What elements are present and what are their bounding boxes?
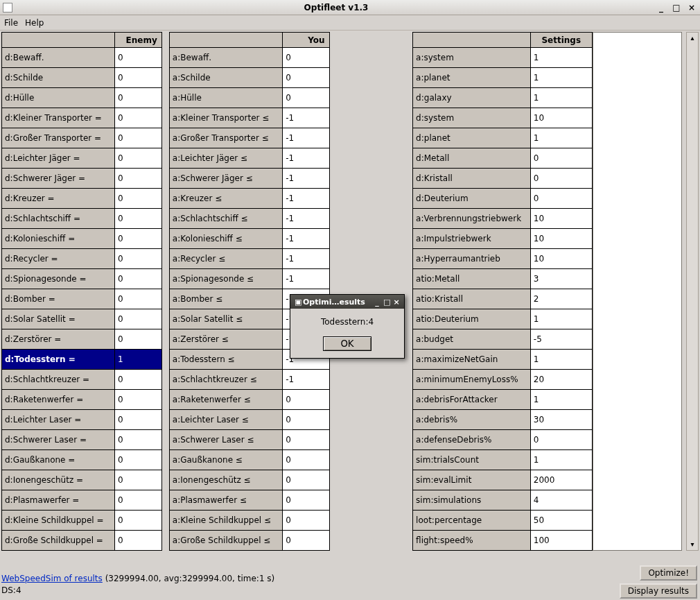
row-label[interactable]: a:maximizeNetGain [413, 350, 531, 370]
row-value[interactable]: 0 [530, 430, 592, 450]
row-value[interactable]: 1 [530, 309, 592, 329]
row-value[interactable]: -1 [283, 169, 329, 189]
row-label[interactable]: a:Zerstörer ≤ [169, 329, 282, 350]
row-label[interactable]: a:budget [413, 329, 531, 350]
row-value[interactable]: 0 [115, 249, 162, 269]
row-value[interactable]: 1 [115, 350, 162, 370]
row-value[interactable]: 1 [530, 390, 592, 410]
row-label[interactable]: d:Kolonieschiff = [2, 229, 115, 249]
row-value[interactable]: 0 [115, 450, 162, 470]
row-label[interactable]: d:Schilde [2, 68, 115, 88]
scroll-up-icon[interactable]: ▴ [687, 33, 698, 44]
row-label[interactable]: d:Großer Transporter = [2, 128, 115, 148]
row-value[interactable]: 1 [530, 450, 592, 470]
row-value[interactable]: 2000 [530, 470, 592, 490]
row-value[interactable]: 0 [283, 450, 329, 470]
settings-scrollbar[interactable]: ▴ ▾ [686, 32, 699, 551]
dialog-minimize-icon[interactable]: _ [372, 298, 382, 307]
row-value[interactable]: 0 [115, 209, 162, 229]
row-value[interactable]: 0 [115, 329, 162, 350]
row-label[interactable]: a:Schwerer Jäger ≤ [169, 169, 282, 189]
row-value[interactable]: 50 [530, 511, 592, 531]
row-label[interactable]: d:Leichter Jäger = [2, 148, 115, 169]
row-label[interactable]: d:Raketenwerfer = [2, 390, 115, 410]
row-value[interactable]: 0 [115, 169, 162, 189]
row-value[interactable]: 0 [115, 229, 162, 249]
row-value[interactable]: -1 [283, 189, 329, 209]
row-value[interactable]: 0 [115, 128, 162, 148]
row-value[interactable]: 1 [530, 128, 592, 148]
row-label[interactable]: d:Plasmawerfer = [2, 490, 115, 511]
row-label[interactable]: sim:trialsCount [413, 450, 531, 470]
row-value[interactable]: 0 [283, 48, 329, 68]
row-label[interactable]: a:Leichter Jäger ≤ [169, 148, 282, 169]
row-value[interactable]: 4 [530, 490, 592, 511]
row-label[interactable]: d:Gaußkanone = [2, 450, 115, 470]
row-label[interactable]: d:Deuterium [413, 189, 531, 209]
minimize-icon[interactable]: _ [656, 3, 667, 12]
row-label[interactable]: d:Schlachtkreuzer = [2, 370, 115, 390]
dialog-close-icon[interactable]: × [392, 298, 401, 307]
row-value[interactable]: -1 [283, 229, 329, 249]
row-label[interactable]: a:Impulstriebwerk [413, 229, 531, 249]
row-value[interactable]: 0 [115, 108, 162, 128]
row-label[interactable]: a:debrisForAttacker [413, 390, 531, 410]
row-label[interactable]: a:Große Schildkuppel ≤ [169, 531, 282, 551]
row-value[interactable]: 0 [530, 169, 592, 189]
row-label[interactable]: a:Raketenwerfer ≤ [169, 390, 282, 410]
row-label[interactable]: sim:simulations [413, 490, 531, 511]
row-value[interactable]: 0 [115, 410, 162, 430]
row-label[interactable]: d:Metall [413, 148, 531, 169]
row-label[interactable]: a:Bewaff. [169, 48, 282, 68]
row-value[interactable]: 0 [283, 410, 329, 430]
row-value[interactable]: 0 [530, 148, 592, 169]
row-value[interactable]: 0 [115, 309, 162, 329]
row-label[interactable]: a:Spionagesonde ≤ [169, 269, 282, 289]
row-value[interactable]: 0 [115, 390, 162, 410]
row-value[interactable]: 0 [115, 430, 162, 450]
row-label[interactable]: a:Kreuzer ≤ [169, 189, 282, 209]
row-label[interactable]: sim:evalLimit [413, 470, 531, 490]
row-label[interactable]: d:galaxy [413, 88, 531, 108]
row-label[interactable]: d:Schwerer Jäger = [2, 169, 115, 189]
row-value[interactable]: 0 [115, 470, 162, 490]
row-label[interactable]: d:Bomber = [2, 289, 115, 309]
row-label[interactable]: d:Kleiner Transporter = [2, 108, 115, 128]
row-label[interactable]: a:planet [413, 68, 531, 88]
row-value[interactable]: 0 [530, 189, 592, 209]
row-value[interactable]: 0 [283, 88, 329, 108]
row-label[interactable]: d:Bewaff. [2, 48, 115, 68]
row-label[interactable]: d:planet [413, 128, 531, 148]
row-value[interactable]: 0 [283, 430, 329, 450]
menu-help[interactable]: Help [25, 18, 44, 28]
row-value[interactable]: 0 [115, 148, 162, 169]
row-label[interactable]: d:Große Schildkuppel = [2, 531, 115, 551]
row-label[interactable]: a:Leichter Laser ≤ [169, 410, 282, 430]
row-value[interactable]: -5 [530, 329, 592, 350]
row-value[interactable]: -1 [283, 249, 329, 269]
row-value[interactable]: -1 [283, 370, 329, 390]
row-value[interactable]: 0 [115, 189, 162, 209]
row-label[interactable]: a:Gaußkanone ≤ [169, 450, 282, 470]
row-label[interactable]: d:Leichter Laser = [2, 410, 115, 430]
row-value[interactable]: 1 [530, 68, 592, 88]
row-label[interactable]: a:Hyperraumantrieb [413, 249, 531, 269]
row-label[interactable]: a:Solar Satellit ≤ [169, 309, 282, 329]
row-label[interactable]: a:Kolonieschiff ≤ [169, 229, 282, 249]
menu-file[interactable]: File [4, 18, 18, 28]
optimize-button[interactable]: Optimize! [640, 565, 697, 581]
row-label[interactable]: a:Ionengeschütz ≤ [169, 470, 282, 490]
row-label[interactable]: a:Todesstern ≤ [169, 350, 282, 370]
row-label[interactable]: a:Schilde [169, 68, 282, 88]
row-value[interactable]: 3 [530, 269, 592, 289]
row-value[interactable]: 0 [283, 511, 329, 531]
row-value[interactable]: 1 [530, 350, 592, 370]
row-value[interactable]: 0 [115, 68, 162, 88]
row-label[interactable]: d:Spionagesonde = [2, 269, 115, 289]
row-value[interactable]: 0 [283, 390, 329, 410]
row-value[interactable]: 2 [530, 289, 592, 309]
row-label[interactable]: a:defenseDebris% [413, 430, 531, 450]
row-value[interactable]: 10 [530, 108, 592, 128]
row-value[interactable]: 20 [530, 370, 592, 390]
row-label[interactable]: d:Zerstörer = [2, 329, 115, 350]
